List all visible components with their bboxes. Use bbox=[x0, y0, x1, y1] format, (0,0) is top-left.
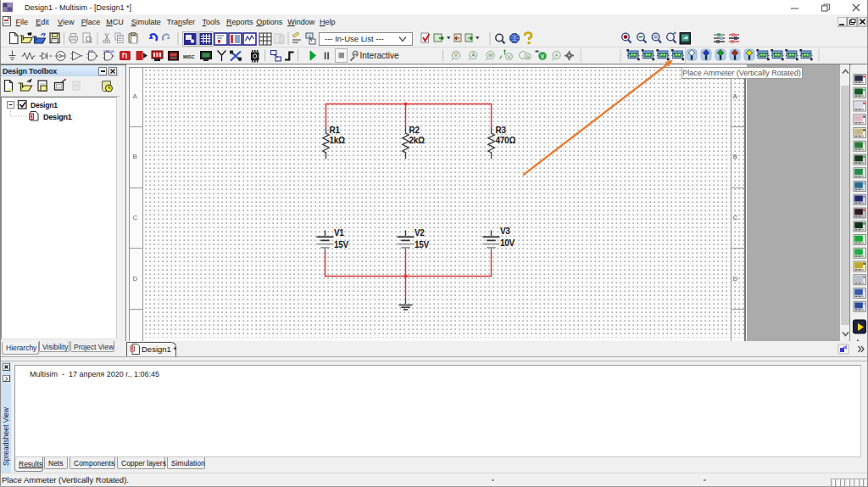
svg-text:R3: R3 bbox=[496, 126, 507, 135]
svg-text:R2: R2 bbox=[409, 126, 420, 135]
svg-text:W: W bbox=[488, 53, 493, 58]
svg-text:A: A bbox=[471, 52, 476, 58]
svg-text:V3: V3 bbox=[500, 227, 510, 236]
svg-text:10V: 10V bbox=[500, 238, 515, 248]
svg-text:MISC: MISC bbox=[183, 54, 195, 59]
svg-text:V2: V2 bbox=[415, 228, 425, 238]
svg-text:2kΩ: 2kΩ bbox=[409, 136, 426, 145]
svg-text:CMOS: CMOS bbox=[103, 49, 114, 53]
svg-text:15V: 15V bbox=[415, 240, 430, 249]
svg-text:--- In-Use List ---: --- In-Use List --- bbox=[325, 34, 384, 43]
svg-text:R1: R1 bbox=[330, 126, 341, 135]
svg-text:TTL: TTL bbox=[88, 49, 95, 53]
svg-text:1kΩ: 1kΩ bbox=[330, 136, 346, 145]
svg-text:V1: V1 bbox=[334, 228, 344, 238]
svg-text:V: V bbox=[454, 52, 459, 58]
svg-text:15V: 15V bbox=[334, 240, 349, 249]
svg-text:Interactive: Interactive bbox=[360, 51, 400, 60]
